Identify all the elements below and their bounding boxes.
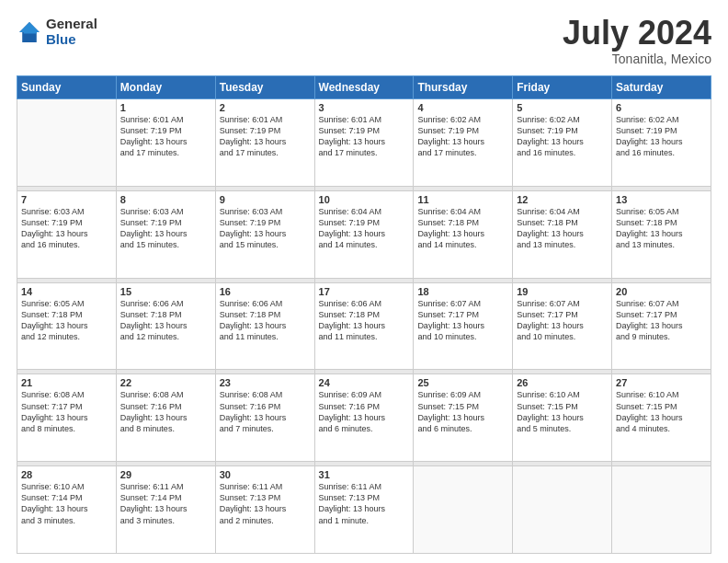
calendar-day-cell: 4 Sunrise: 6:02 AMSunset: 7:19 PMDayligh… [414, 99, 513, 187]
calendar-day-cell: 14 Sunrise: 6:05 AMSunset: 7:18 PMDaylig… [17, 282, 117, 370]
day-number: 27 [616, 377, 707, 388]
calendar-day-cell: 12 Sunrise: 6:04 AMSunset: 7:18 PMDaylig… [513, 190, 612, 278]
day-number: 25 [417, 377, 508, 388]
day-info: Sunrise: 6:11 AMSunset: 7:13 PMDaylight:… [319, 481, 410, 526]
day-number: 7 [21, 194, 112, 205]
day-info: Sunrise: 6:10 AMSunset: 7:14 PMDaylight:… [21, 481, 112, 526]
svg-marker-1 [19, 22, 40, 33]
calendar-day-cell: 8 Sunrise: 6:03 AMSunset: 7:19 PMDayligh… [116, 190, 215, 278]
day-info: Sunrise: 6:07 AMSunset: 7:17 PMDaylight:… [616, 298, 707, 343]
day-info: Sunrise: 6:10 AMSunset: 7:15 PMDaylight:… [616, 389, 707, 434]
day-info: Sunrise: 6:09 AMSunset: 7:16 PMDaylight:… [319, 389, 410, 434]
calendar-day-cell [612, 466, 711, 554]
day-info: Sunrise: 6:05 AMSunset: 7:18 PMDaylight:… [616, 206, 707, 251]
day-info: Sunrise: 6:05 AMSunset: 7:18 PMDaylight:… [21, 298, 112, 343]
logo-blue: Blue [46, 32, 97, 48]
day-info: Sunrise: 6:02 AMSunset: 7:19 PMDaylight:… [616, 114, 707, 159]
calendar-day-cell: 11 Sunrise: 6:04 AMSunset: 7:18 PMDaylig… [414, 190, 513, 278]
day-info: Sunrise: 6:04 AMSunset: 7:19 PMDaylight:… [319, 206, 410, 251]
calendar-week-row: 21 Sunrise: 6:08 AMSunset: 7:17 PMDaylig… [17, 374, 711, 462]
day-number: 31 [319, 469, 410, 480]
title-month: July 2024 [563, 17, 711, 50]
day-info: Sunrise: 6:06 AMSunset: 7:18 PMDaylight:… [319, 298, 410, 343]
calendar-day-cell: 17 Sunrise: 6:06 AMSunset: 7:18 PMDaylig… [314, 282, 414, 370]
day-info: Sunrise: 6:03 AMSunset: 7:19 PMDaylight:… [21, 206, 112, 251]
calendar-day-cell: 18 Sunrise: 6:07 AMSunset: 7:17 PMDaylig… [414, 282, 513, 370]
day-number: 3 [319, 102, 410, 113]
calendar-week-row: 1 Sunrise: 6:01 AMSunset: 7:19 PMDayligh… [17, 99, 711, 187]
title-block: July 2024 Tonanitla, Mexico [563, 17, 711, 66]
calendar-day-cell: 3 Sunrise: 6:01 AMSunset: 7:19 PMDayligh… [314, 99, 414, 187]
calendar-day-cell: 19 Sunrise: 6:07 AMSunset: 7:17 PMDaylig… [513, 282, 612, 370]
calendar-header-row: SundayMondayTuesdayWednesdayThursdayFrid… [17, 76, 711, 99]
calendar-day-cell: 10 Sunrise: 6:04 AMSunset: 7:19 PMDaylig… [314, 190, 414, 278]
logo: General Blue [17, 17, 97, 47]
day-number: 13 [616, 194, 707, 205]
calendar-day-cell: 22 Sunrise: 6:08 AMSunset: 7:16 PMDaylig… [116, 374, 215, 462]
calendar-day-cell: 27 Sunrise: 6:10 AMSunset: 7:15 PMDaylig… [612, 374, 711, 462]
weekday-header: Tuesday [215, 76, 314, 99]
weekday-header: Sunday [17, 76, 117, 99]
calendar-table: SundayMondayTuesdayWednesdayThursdayFrid… [17, 75, 711, 554]
day-info: Sunrise: 6:04 AMSunset: 7:18 PMDaylight:… [417, 206, 508, 251]
weekday-header: Monday [116, 76, 215, 99]
logo-text: General Blue [46, 17, 97, 47]
day-info: Sunrise: 6:08 AMSunset: 7:17 PMDaylight:… [21, 389, 112, 434]
day-info: Sunrise: 6:06 AMSunset: 7:18 PMDaylight:… [220, 298, 311, 343]
weekday-header: Saturday [612, 76, 711, 99]
calendar-day-cell: 16 Sunrise: 6:06 AMSunset: 7:18 PMDaylig… [215, 282, 314, 370]
header: General Blue July 2024 Tonanitla, Mexico [17, 17, 711, 66]
day-info: Sunrise: 6:08 AMSunset: 7:16 PMDaylight:… [220, 389, 311, 434]
calendar-day-cell: 15 Sunrise: 6:06 AMSunset: 7:18 PMDaylig… [116, 282, 215, 370]
calendar-day-cell: 30 Sunrise: 6:11 AMSunset: 7:13 PMDaylig… [215, 466, 314, 554]
calendar-day-cell [513, 466, 612, 554]
day-number: 17 [319, 286, 410, 297]
day-info: Sunrise: 6:09 AMSunset: 7:15 PMDaylight:… [417, 389, 508, 434]
day-number: 20 [616, 286, 707, 297]
calendar-day-cell: 9 Sunrise: 6:03 AMSunset: 7:19 PMDayligh… [215, 190, 314, 278]
day-number: 1 [120, 102, 211, 113]
calendar-day-cell: 21 Sunrise: 6:08 AMSunset: 7:17 PMDaylig… [17, 374, 117, 462]
day-number: 9 [220, 194, 311, 205]
day-info: Sunrise: 6:03 AMSunset: 7:19 PMDaylight:… [220, 206, 311, 251]
day-info: Sunrise: 6:11 AMSunset: 7:13 PMDaylight:… [220, 481, 311, 526]
day-number: 22 [120, 377, 211, 388]
calendar-week-row: 14 Sunrise: 6:05 AMSunset: 7:18 PMDaylig… [17, 282, 711, 370]
day-number: 2 [220, 102, 311, 113]
title-location: Tonanitla, Mexico [563, 52, 711, 66]
calendar-day-cell: 29 Sunrise: 6:11 AMSunset: 7:14 PMDaylig… [116, 466, 215, 554]
day-info: Sunrise: 6:06 AMSunset: 7:18 PMDaylight:… [120, 298, 211, 343]
day-number: 5 [517, 102, 608, 113]
day-info: Sunrise: 6:02 AMSunset: 7:19 PMDaylight:… [517, 114, 608, 159]
calendar-day-cell: 31 Sunrise: 6:11 AMSunset: 7:13 PMDaylig… [314, 466, 414, 554]
weekday-header: Friday [513, 76, 612, 99]
calendar-day-cell: 1 Sunrise: 6:01 AMSunset: 7:19 PMDayligh… [116, 99, 215, 187]
calendar-day-cell: 28 Sunrise: 6:10 AMSunset: 7:14 PMDaylig… [17, 466, 117, 554]
calendar-day-cell: 6 Sunrise: 6:02 AMSunset: 7:19 PMDayligh… [612, 99, 711, 187]
day-number: 21 [21, 377, 112, 388]
day-info: Sunrise: 6:04 AMSunset: 7:18 PMDaylight:… [517, 206, 608, 251]
page: General Blue July 2024 Tonanitla, Mexico… [0, 0, 728, 563]
day-number: 23 [220, 377, 311, 388]
weekday-header: Wednesday [314, 76, 414, 99]
day-number: 15 [120, 286, 211, 297]
calendar-week-row: 7 Sunrise: 6:03 AMSunset: 7:19 PMDayligh… [17, 190, 711, 278]
day-number: 14 [21, 286, 112, 297]
day-number: 26 [517, 377, 608, 388]
day-number: 11 [417, 194, 508, 205]
day-info: Sunrise: 6:03 AMSunset: 7:19 PMDaylight:… [120, 206, 211, 251]
calendar-day-cell: 25 Sunrise: 6:09 AMSunset: 7:15 PMDaylig… [414, 374, 513, 462]
day-number: 30 [220, 469, 311, 480]
day-number: 16 [220, 286, 311, 297]
day-number: 19 [517, 286, 608, 297]
day-number: 10 [319, 194, 410, 205]
day-number: 4 [417, 102, 508, 113]
calendar-week-row: 28 Sunrise: 6:10 AMSunset: 7:14 PMDaylig… [17, 466, 711, 554]
day-number: 18 [417, 286, 508, 297]
logo-icon [17, 19, 42, 45]
calendar-day-cell: 20 Sunrise: 6:07 AMSunset: 7:17 PMDaylig… [612, 282, 711, 370]
day-info: Sunrise: 6:08 AMSunset: 7:16 PMDaylight:… [120, 389, 211, 434]
weekday-header: Thursday [414, 76, 513, 99]
day-number: 24 [319, 377, 410, 388]
calendar-day-cell: 24 Sunrise: 6:09 AMSunset: 7:16 PMDaylig… [314, 374, 414, 462]
